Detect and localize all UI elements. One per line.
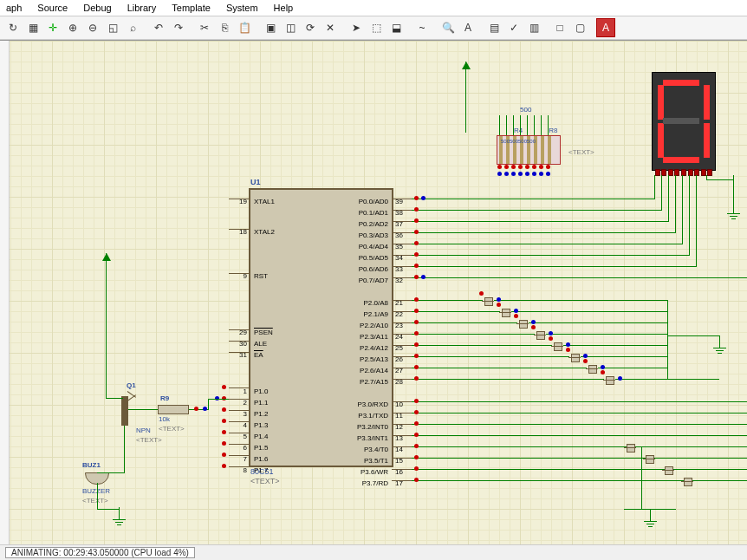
segment-e <box>658 123 664 158</box>
undo-icon[interactable]: ↶ <box>149 18 168 37</box>
button-p3-5[interactable] <box>643 455 655 464</box>
button-p2-2[interactable] <box>516 320 529 329</box>
button-p2-6[interactable] <box>586 365 598 374</box>
new-doc-icon[interactable]: □ <box>550 18 569 37</box>
zoom-out-icon[interactable]: ⊖ <box>83 18 102 37</box>
report-icon[interactable]: ▢ <box>570 18 589 37</box>
button-p3-7[interactable] <box>681 478 693 486</box>
menu-library[interactable]: Library <box>126 2 159 14</box>
button-p2-0[interactable] <box>482 297 494 306</box>
menu-help[interactable]: Help <box>272 2 296 14</box>
button-p3-6[interactable] <box>662 466 674 475</box>
buz-ref: BUZ1 <box>82 461 101 469</box>
segment-g <box>663 118 699 124</box>
menu-debug[interactable]: Debug <box>81 2 113 14</box>
button-p3-4[interactable] <box>624 444 636 453</box>
target-icon[interactable]: ✛ <box>43 18 62 37</box>
rnet-val-top: 500 <box>520 106 531 114</box>
left-gutter <box>0 41 10 548</box>
component-u1-80c51[interactable]: U1 80C51<TEXT> 19XTAL1 18XTAL2 9RST 29PS… <box>249 188 393 467</box>
cut-icon[interactable]: ✂ <box>195 18 214 37</box>
block-copy-icon[interactable]: ▣ <box>261 18 280 37</box>
segment-f <box>658 85 664 120</box>
button-p2-4[interactable] <box>551 342 563 351</box>
r9-ref: R9 <box>160 394 169 402</box>
toolbar: ↻ ▦ ✛ ⊕ ⊖ ◱ ⌕ ↶ ↷ ✂ ⎘ 📋 ▣ ◫ ⟳ ✕ ➤ ⬚ ⬓ ~ … <box>0 16 747 40</box>
rnet-text: <TEXT> <box>568 148 594 156</box>
paste-icon[interactable]: 📋 <box>235 18 254 37</box>
redo-icon[interactable]: ↷ <box>169 18 188 37</box>
copy-icon[interactable]: ⎘ <box>215 18 234 37</box>
segment-d <box>663 157 699 163</box>
bom-icon[interactable]: ▤ <box>484 18 503 37</box>
block-move-icon[interactable]: ◫ <box>281 18 300 37</box>
button-p2-1[interactable] <box>499 309 511 317</box>
menu-template[interactable]: Template <box>170 2 212 14</box>
u1-reference: U1 <box>250 178 261 186</box>
button-p2-3[interactable] <box>534 331 546 340</box>
resistor-r9[interactable] <box>158 405 189 414</box>
menu-graph[interactable]: aph <box>4 2 23 14</box>
segment-a <box>663 80 699 86</box>
button-p2-5[interactable] <box>568 354 581 362</box>
menu-bar: aph Source Debug Library Template System… <box>0 0 747 16</box>
search-icon[interactable]: 🔍 <box>438 18 458 37</box>
status-text: ANIMATING: 00:29:43.050000 (CPU load 4%) <box>5 547 195 548</box>
q1-ref: Q1 <box>127 381 136 389</box>
decompose-icon[interactable]: ⬓ <box>386 18 406 37</box>
display-pins <box>654 169 713 176</box>
erc-icon[interactable]: ✓ <box>504 18 523 37</box>
zoom-area-icon[interactable]: ⌕ <box>123 18 142 37</box>
r9-text: <TEXT> <box>159 425 185 433</box>
zoom-in-icon[interactable]: ⊕ <box>63 18 82 37</box>
block-delete-icon[interactable]: ✕ <box>321 18 340 37</box>
ares-icon[interactable]: A <box>596 18 615 37</box>
menu-source[interactable]: Source <box>36 2 69 14</box>
segment-c <box>704 123 710 158</box>
menu-system[interactable]: System <box>224 2 260 14</box>
refresh-icon[interactable]: ↻ <box>3 18 23 37</box>
schematic-canvas[interactable]: U1 80C51<TEXT> 19XTAL1 18XTAL2 9RST 29PS… <box>0 40 747 548</box>
buz-value: BUZZER <box>82 487 110 495</box>
zoom-fit-icon[interactable]: ◱ <box>103 18 122 37</box>
r9-value: 10k <box>159 415 170 423</box>
property-icon[interactable]: A <box>458 18 477 37</box>
block-rotate-icon[interactable]: ⟳ <box>301 18 320 37</box>
buz-text: <TEXT> <box>82 497 108 505</box>
netlist-icon[interactable]: ▥ <box>524 18 543 37</box>
status-bar: ANIMATING: 00:29:43.050000 (CPU load 4%) <box>0 544 747 548</box>
seven-segment-display[interactable] <box>652 72 716 171</box>
button-p2-7[interactable] <box>603 376 615 385</box>
segment-b <box>704 85 710 120</box>
q1-value: NPN <box>136 427 151 434</box>
q1-text: <TEXT> <box>136 436 162 444</box>
grid-icon[interactable]: ▦ <box>23 18 42 37</box>
package-icon[interactable]: ⬚ <box>367 18 386 37</box>
pick-icon[interactable]: ➤ <box>347 18 366 37</box>
wire-tool-icon[interactable]: ~ <box>412 18 432 37</box>
